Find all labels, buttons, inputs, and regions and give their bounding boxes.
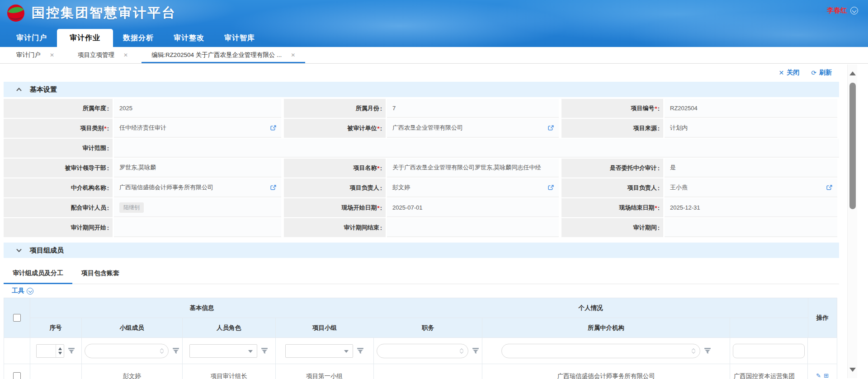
col-header-agency[interactable]: 所属中介机构 bbox=[482, 318, 730, 338]
external-link-icon[interactable] bbox=[547, 184, 554, 191]
filter-cell-duty bbox=[374, 338, 483, 364]
field-audited-leaders[interactable]: 罗世东,莫咏麟 bbox=[114, 159, 281, 178]
chevron-down-circle-icon bbox=[27, 288, 33, 295]
close-icon[interactable]: ✕ bbox=[123, 52, 128, 58]
role-select[interactable] bbox=[189, 344, 257, 358]
col-header-group[interactable]: 项目小组 bbox=[276, 318, 374, 338]
section-title: 基本设置 bbox=[30, 85, 57, 94]
refresh-button[interactable]: ⟳ 刷新 bbox=[811, 69, 832, 77]
seq-number-input[interactable] bbox=[36, 344, 64, 358]
cell-member: 彭文婷 bbox=[82, 364, 183, 379]
more-icon[interactable]: ⊞ bbox=[824, 372, 829, 379]
field-intermediary-name[interactable]: 广西瑞信盛德会计师事务所有限公司 bbox=[114, 178, 281, 197]
label-project-type: 项目类别*: bbox=[4, 119, 114, 138]
select-all-checkbox[interactable] bbox=[13, 314, 21, 322]
section-team-members[interactable]: 项目组成员 bbox=[4, 243, 839, 258]
field-assisting-auditors[interactable]: 陆继钊 bbox=[114, 198, 281, 217]
scroll-down-button[interactable] bbox=[848, 364, 858, 375]
spinner-arrows-icon[interactable] bbox=[56, 345, 64, 357]
filter-funnel-icon[interactable] bbox=[704, 347, 711, 355]
col-header-extra bbox=[730, 318, 808, 338]
subtab-account-sets[interactable]: 项目包含账套 bbox=[72, 269, 128, 284]
filter-funnel-icon[interactable] bbox=[472, 347, 479, 355]
chevron-down-icon[interactable] bbox=[850, 7, 858, 14]
tab-project-initiation[interactable]: 项目立项管理 ✕ bbox=[66, 47, 140, 63]
filter-funnel-icon[interactable] bbox=[357, 347, 364, 355]
field-year[interactable]: 2025 bbox=[114, 99, 281, 118]
tab-edit-project[interactable]: 编辑:RZ202504 关于广西农垦企业管理有限公 ... ✕ bbox=[140, 47, 307, 63]
tab-audit-portal[interactable]: 审计门户 ✕ bbox=[5, 47, 66, 63]
row-checkbox[interactable] bbox=[13, 372, 21, 379]
field-audit-scope[interactable] bbox=[114, 139, 839, 158]
user-menu[interactable]: 李春红 bbox=[827, 6, 858, 15]
scrollbar-thumb[interactable] bbox=[849, 83, 856, 209]
field-audit-period[interactable] bbox=[665, 218, 837, 237]
nav-item-data-analysis[interactable]: 数据分析 bbox=[113, 29, 164, 47]
group-select[interactable] bbox=[285, 344, 353, 358]
scroll-up-button[interactable] bbox=[848, 67, 858, 79]
subtab-members-division[interactable]: 审计组成员及分工 bbox=[4, 269, 72, 284]
filter-funnel-icon[interactable] bbox=[172, 347, 179, 355]
member-combobox[interactable] bbox=[85, 344, 169, 358]
external-link-icon[interactable] bbox=[270, 125, 277, 131]
field-audit-period-start[interactable] bbox=[114, 218, 281, 237]
filter-funnel-icon[interactable] bbox=[68, 347, 75, 355]
col-header-member[interactable]: 小组成员 bbox=[82, 318, 183, 338]
active-subtab-underline bbox=[4, 283, 72, 284]
agency-combobox[interactable] bbox=[501, 344, 700, 358]
table-header: 基本信息 序号 小组成员 人员角色 项目小组 个人情况 职务 所属中介机构 bbox=[4, 298, 837, 338]
cell-agency: 广西瑞信盛德会计师事务所有限公司 bbox=[482, 364, 730, 379]
col-header-role[interactable]: 人员角色 bbox=[183, 318, 276, 338]
close-icon[interactable]: ✕ bbox=[50, 52, 54, 58]
section-basic-settings[interactable]: 基本设置 bbox=[4, 82, 839, 97]
field-intermediary-entrusted[interactable]: 是 bbox=[665, 159, 837, 178]
label-audit-period: 审计期间: bbox=[561, 218, 665, 237]
form-row: 所属年度: 2025 所属月份: 7 项目编号*: RZ202504 bbox=[4, 99, 839, 118]
team-subtabs: 审计组成员及分工 项目包含账套 bbox=[4, 258, 839, 284]
external-link-icon[interactable] bbox=[547, 125, 554, 131]
duty-combobox[interactable] bbox=[377, 344, 469, 358]
user-name[interactable]: 李春红 bbox=[827, 6, 847, 15]
nav-item-audit-knowledge[interactable]: 审计智库 bbox=[214, 29, 265, 47]
field-month[interactable]: 7 bbox=[387, 99, 559, 118]
main-nav: 审计门户 审计作业 数据分析 审计整改 审计智库 bbox=[0, 29, 265, 47]
field-audited-unit[interactable]: 广西农垦企业管理有限公司 bbox=[387, 119, 559, 138]
field-project-name[interactable]: 关于广西农垦企业管理有限公司罗世东,莫咏麟同志任中经 bbox=[387, 159, 559, 178]
nav-item-audit-work[interactable]: 审计作业 bbox=[57, 29, 113, 47]
close-icon[interactable]: ✕ bbox=[291, 52, 295, 58]
nav-item-audit-rectification[interactable]: 审计整改 bbox=[164, 29, 214, 47]
field-project-type[interactable]: 任中经济责任审计 bbox=[114, 119, 281, 138]
extra-filter-input[interactable] bbox=[733, 344, 805, 358]
tab-label: 编辑:RZ202504 关于广西农垦企业管理有限公 ... bbox=[151, 51, 282, 59]
cell-seq bbox=[30, 364, 82, 379]
field-project-no[interactable]: RZ202504 bbox=[665, 99, 837, 118]
label-month: 所属月份: bbox=[284, 99, 387, 118]
nav-item-audit-portal[interactable]: 审计门户 bbox=[6, 29, 57, 47]
external-link-icon[interactable] bbox=[826, 184, 833, 191]
field-project-leader-2[interactable]: 王小燕 bbox=[665, 178, 837, 197]
table-row[interactable]: 彭文婷 项目审计组长 项目第一小组 广西瑞信盛德会计师事务所有限公司 广西国控资… bbox=[4, 364, 837, 379]
vertical-scrollbar[interactable] bbox=[847, 65, 857, 378]
edit-icon[interactable]: ✎ bbox=[816, 372, 821, 379]
close-page-button[interactable]: ✕ 关闭 bbox=[779, 69, 800, 77]
tools-dropdown[interactable]: 工具 bbox=[4, 284, 839, 298]
label-audit-scope: 审计范围: bbox=[4, 139, 114, 158]
filter-cell-extra bbox=[730, 338, 808, 364]
field-project-source[interactable]: 计划内 bbox=[665, 119, 837, 138]
filter-funnel-icon[interactable] bbox=[261, 347, 268, 355]
group-basic-info: 基本信息 序号 小组成员 人员角色 项目小组 bbox=[30, 298, 374, 338]
field-fieldwork-start[interactable]: 2025-07-01 bbox=[387, 198, 559, 217]
external-link-icon[interactable] bbox=[270, 184, 277, 191]
form-row: 被审计领导干部: 罗世东,莫咏麟 项目名称*: 关于广西农垦企业管理有限公司罗世… bbox=[4, 159, 839, 178]
cell-extra: 广西国控资本运营集团 bbox=[730, 364, 808, 379]
caret-down-icon bbox=[248, 350, 253, 353]
field-audit-period-end[interactable] bbox=[387, 218, 559, 237]
chevron-up-icon bbox=[16, 88, 22, 91]
col-header-duty[interactable]: 职务 bbox=[374, 318, 483, 338]
app-window: 国控集团智慧审计平台 李春红 审计门户 审计作业 数据分析 审计整改 审计智库 … bbox=[0, 0, 868, 379]
label-project-leader-2: 项目负责人: bbox=[561, 178, 665, 197]
field-project-leader[interactable]: 彭文婷 bbox=[387, 178, 559, 197]
active-tab-underline bbox=[142, 62, 305, 63]
col-header-seq[interactable]: 序号 bbox=[30, 318, 82, 338]
field-fieldwork-end[interactable]: 2025-12-31 bbox=[665, 198, 837, 217]
